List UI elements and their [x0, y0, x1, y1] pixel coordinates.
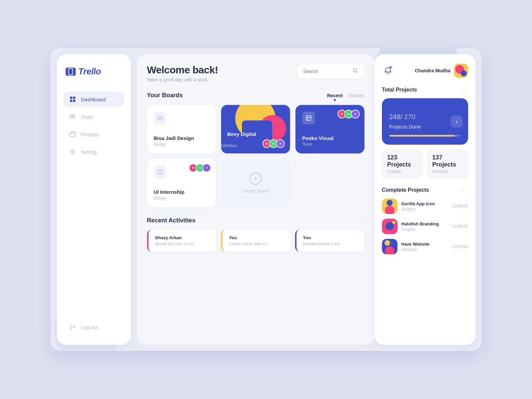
ui-internship-avatars: R G V: [191, 164, 211, 172]
panel-top-bar: Chandra Mudha: [382, 64, 468, 78]
activity-card-0: Ghazy Arkan Moved the card to Co...: [147, 230, 216, 252]
progress-bar: [389, 135, 461, 137]
welcome-subtitle: Have a good day with a work: [147, 77, 218, 82]
sub-card-graphic: 123 Projects Graphic: [382, 149, 423, 179]
svg-rect-0: [70, 97, 72, 99]
activity-desc-1: Create a due date to...: [229, 242, 285, 246]
ui-internship-sublabel: Design: [154, 196, 209, 201]
gorilla-info: Gorilla App Icon Graphic: [401, 201, 448, 212]
svg-rect-11: [306, 116, 311, 120]
complete-projects-header: Complete Projects ···: [382, 186, 468, 194]
halofish-info: Halofish Branding Graphic: [401, 221, 448, 232]
board-card-bisa-jadi[interactable]: Bisa Jadi Design Design: [147, 105, 216, 153]
sidebar-item-label-team: Team: [81, 114, 94, 120]
svg-rect-10: [159, 117, 162, 118]
activity-name-0: Ghazy Arkan: [155, 235, 211, 240]
gorilla-thumb-inner: [385, 206, 394, 214]
notification-button[interactable]: [382, 65, 394, 77]
sidebar-item-setting[interactable]: Setting: [64, 144, 124, 159]
posko-avatars: R G V: [340, 110, 360, 118]
projects-label: Projects Done: [389, 124, 461, 130]
projects-icon: [69, 131, 76, 138]
activity-desc-2: Deleted Assets Card: [303, 242, 359, 246]
boards-grid: Bisa Jadi Design Design R G V Bevy Digit…: [147, 105, 364, 207]
right-panel: Chandra Mudha Total Projects ··· 248/ 27…: [375, 54, 475, 345]
projects-main-card: 248/ 270 Projects Done ›: [382, 98, 468, 145]
posko-visual-sublabel: Team: [302, 142, 358, 147]
create-plus-icon: +: [249, 173, 261, 185]
total-projects-more[interactable]: ···: [460, 86, 468, 94]
activities-title: Recent Activities: [147, 217, 196, 224]
search-bar[interactable]: [297, 64, 364, 78]
svg-point-5: [73, 115, 75, 117]
setting-icon: [69, 148, 76, 155]
activities-more-button[interactable]: ···: [357, 217, 364, 224]
sidebar-item-projects[interactable]: Projects: [64, 126, 124, 142]
user-avatar: [454, 64, 468, 78]
bisa-jadi-label: Bisa Jadi Design: [154, 135, 209, 141]
svg-rect-6: [70, 133, 75, 137]
welcome-text: Welcome back! Have a good day with a wor…: [147, 64, 218, 82]
projects-next-button[interactable]: ›: [451, 115, 463, 128]
halofish-name: Halofish Branding: [401, 221, 448, 226]
total-projects-header: Total Projects ···: [382, 86, 468, 94]
svg-rect-2: [70, 100, 72, 102]
nav-items: Dashboard Team: [64, 92, 124, 319]
sub-card-interface-label: Interface: [432, 169, 463, 174]
tab-recent[interactable]: Recent: [327, 93, 343, 98]
sub-card-interface-count: 137 Projects: [432, 154, 463, 168]
complete-item-halofish: Halofish Branding Graphic 11/09/20: [382, 219, 468, 234]
sub-card-graphic-count: 123 Projects: [387, 154, 418, 168]
haze-name: Haze Website: [401, 242, 448, 247]
logo-icon: [66, 68, 76, 76]
board-card-posko-visual[interactable]: R G V Posko Visual Team: [295, 105, 364, 153]
halofish-date: 11/09/20: [452, 224, 468, 229]
main-header: Welcome back! Have a good day with a wor…: [147, 64, 364, 82]
search-icon: [352, 68, 358, 75]
gorilla-name: Gorilla App Icon: [401, 201, 448, 206]
boards-title: Your Boards: [147, 92, 183, 99]
logout-button[interactable]: Log out: [64, 319, 124, 335]
tab-starred[interactable]: Starred: [349, 93, 364, 98]
svg-rect-12: [158, 170, 163, 173]
activity-name-1: You: [229, 235, 285, 240]
sidebar: Trello Dashboard: [57, 54, 131, 345]
logo: Trello: [64, 66, 124, 77]
haze-thumb: [382, 239, 397, 254]
create-board-card[interactable]: + Create Board: [221, 159, 290, 207]
user-avatar-inner: [454, 64, 468, 78]
user-name: Chandra Mudha: [415, 68, 451, 73]
create-board-label: Create Board: [242, 188, 270, 193]
user-avatar-dot: [461, 70, 467, 76]
svg-point-7: [72, 151, 74, 153]
posko-visual-icon: [302, 112, 315, 124]
notif-dot: [389, 66, 392, 69]
boards-tabs: Recent Starred: [327, 93, 364, 98]
projects-count-display: 248/ 270: [389, 106, 461, 122]
posko-visual-label: Posko Visual: [302, 135, 358, 141]
activities-grid: Ghazy Arkan Moved the card to Co... You …: [147, 230, 364, 252]
progress-fill: [389, 135, 455, 137]
halofish-thumb-circle: [386, 222, 394, 230]
complete-projects-more[interactable]: ···: [460, 186, 468, 194]
svg-point-4: [71, 115, 73, 117]
bevy-digital-label: Bevy Digital: [221, 131, 290, 142]
sub-card-interface: 137 Projects Interface: [427, 149, 468, 179]
search-input[interactable]: [303, 69, 349, 74]
board-card-ui-internship[interactable]: R G V UI Internship Design: [147, 159, 216, 207]
sidebar-item-team[interactable]: Team: [64, 109, 124, 124]
bevy-digital-sublabel: Interface: [221, 143, 290, 153]
logo-text: Trello: [78, 66, 101, 77]
haze-type: Interface: [401, 247, 448, 252]
haze-date: 17/10/20: [452, 244, 468, 249]
haze-thumb-top: [385, 240, 390, 246]
complete-projects-title: Complete Projects: [382, 187, 429, 193]
bisa-jadi-icon: [154, 112, 167, 124]
gorilla-thumb: [382, 198, 397, 214]
app-container: Trello Dashboard: [51, 48, 482, 351]
board-card-bevy-digital[interactable]: R G V Bevy Digital Interface: [221, 105, 290, 153]
gorilla-thumb-top: [387, 200, 393, 206]
boards-section-header: Your Boards Recent Starred: [147, 92, 364, 99]
sidebar-item-dashboard[interactable]: Dashboard: [64, 92, 124, 107]
sub-card-graphic-label: Graphic: [387, 169, 418, 174]
